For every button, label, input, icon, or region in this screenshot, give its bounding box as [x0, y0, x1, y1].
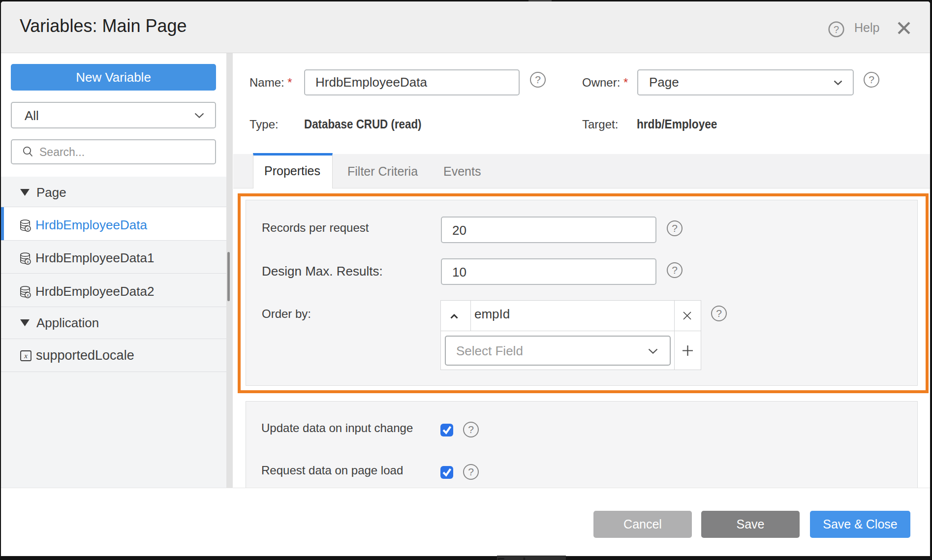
svg-text:x: x: [24, 352, 28, 360]
svg-text:x: x: [26, 226, 29, 231]
svg-text:x: x: [26, 259, 29, 264]
svg-text:?: ?: [834, 24, 839, 35]
svg-text:x: x: [26, 292, 29, 298]
